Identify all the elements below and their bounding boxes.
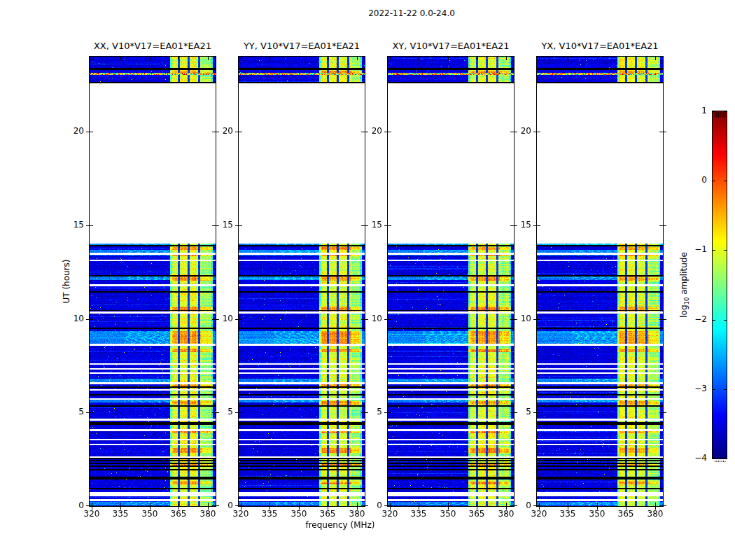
y-tick-label: 5	[209, 407, 233, 417]
y-tick-mark	[86, 225, 89, 226]
colorbar-tick-label: −4	[683, 453, 707, 463]
x-tick-mark	[241, 507, 241, 510]
panel-title-yy: YY, V10*V17=EA01*EA21	[218, 41, 386, 51]
y-tick-label: 15	[358, 220, 382, 230]
panel-title-yx: YX, V10*V17=EA01*EA21	[516, 41, 684, 51]
x-tick-label: 380	[638, 509, 673, 519]
y-tick-mark	[86, 505, 89, 506]
y-tick-mark	[235, 225, 238, 226]
x-tick-mark	[120, 507, 121, 510]
y-tick-mark	[86, 319, 89, 320]
y-tick-mark	[384, 412, 387, 413]
y-tick-label: 15	[507, 220, 531, 230]
x-axis-label: frequency (MHz)	[284, 520, 396, 530]
y-tick-mark	[384, 132, 387, 132]
y-tick-label: 20	[60, 126, 84, 136]
x-tick-mark	[655, 507, 656, 510]
x-tick-mark	[328, 507, 328, 510]
colorbar-tick-label: 1	[683, 106, 707, 116]
x-tick-mark	[92, 507, 92, 510]
y-tick-mark	[384, 319, 387, 320]
x-tick-mark	[626, 507, 626, 510]
y-tick-label: 5	[507, 407, 531, 417]
y-tick-label: 20	[209, 126, 233, 136]
x-tick-mark	[390, 507, 391, 510]
y-tick-mark	[384, 505, 387, 506]
y-axis-label: UT (hours)	[62, 239, 73, 323]
y-tick-label: 10	[209, 314, 233, 324]
spectrogram-panel-xy: XY, V10*V17=EA01*EA21 051015203203353503…	[387, 56, 514, 507]
spectrogram-panel-yy: YY, V10*V17=EA01*EA21 051015203203353503…	[238, 56, 365, 507]
spectrogram-panel-xx: XX, V10*V17=EA01*EA21 051015203203353503…	[89, 56, 216, 507]
x-tick-mark	[208, 507, 209, 510]
colorbar-tick-label: −3	[683, 384, 707, 394]
y-tick-mark	[235, 319, 238, 320]
colorbar-tick-label: −2	[683, 314, 707, 325]
x-tick-mark	[270, 507, 270, 510]
x-tick-mark	[150, 507, 150, 510]
spectrogram-panel-yx: YX, V10*V17=EA01*EA21 051015203203353503…	[536, 56, 664, 507]
y-tick-mark	[664, 505, 666, 506]
spectrogram-canvas-yx	[536, 56, 664, 507]
figure-title: 2022-11-22 0.0-24.0	[307, 8, 517, 18]
spectrogram-canvas-xy	[387, 56, 514, 507]
y-tick-mark	[664, 225, 666, 226]
x-tick-mark	[506, 507, 507, 510]
x-tick-mark	[448, 507, 449, 510]
y-tick-mark	[533, 132, 536, 132]
y-tick-mark	[235, 412, 238, 413]
y-tick-mark	[533, 319, 536, 320]
spectrogram-canvas-yy	[238, 56, 365, 507]
y-tick-label: 10	[507, 314, 531, 324]
colorbar-label-suffix: amplitude	[679, 252, 689, 297]
x-tick-mark	[357, 507, 358, 510]
x-tick-mark	[539, 507, 540, 510]
y-tick-label: 5	[60, 407, 84, 417]
colorbar-tick-label: 0	[683, 175, 707, 186]
y-tick-label: 20	[358, 126, 382, 136]
y-tick-label: 15	[60, 220, 84, 230]
colorbar-tick-label: −1	[683, 244, 707, 255]
colorbar	[712, 111, 729, 465]
y-tick-label: 5	[358, 407, 382, 417]
panel-title-xx: XX, V10*V17=EA01*EA21	[69, 41, 237, 51]
spectrogram-canvas-xx	[89, 56, 216, 507]
x-tick-mark	[568, 507, 568, 510]
y-tick-mark	[86, 132, 89, 132]
y-tick-mark	[384, 225, 387, 226]
y-tick-label: 20	[507, 126, 531, 136]
colorbar-canvas	[712, 111, 729, 465]
y-tick-mark	[664, 412, 666, 413]
colorbar-label-subscript: 10	[683, 298, 690, 305]
y-tick-mark	[86, 412, 89, 413]
x-tick-mark	[597, 507, 598, 510]
y-tick-label: 15	[209, 220, 233, 230]
y-tick-mark	[533, 412, 536, 413]
x-tick-mark	[178, 507, 179, 510]
y-tick-mark	[533, 505, 536, 506]
y-tick-mark	[533, 225, 536, 226]
panel-title-xy: XY, V10*V17=EA01*EA21	[367, 41, 535, 51]
y-tick-mark	[664, 319, 666, 320]
y-tick-mark	[235, 505, 238, 506]
figure: 2022-11-22 0.0-24.0 XX, V10*V17=EA01*EA2…	[0, 0, 735, 560]
x-tick-mark	[299, 507, 300, 510]
y-tick-mark	[235, 132, 238, 132]
y-tick-label: 10	[358, 314, 382, 324]
x-tick-mark	[477, 507, 477, 510]
y-tick-mark	[664, 132, 666, 132]
x-tick-mark	[419, 507, 419, 510]
